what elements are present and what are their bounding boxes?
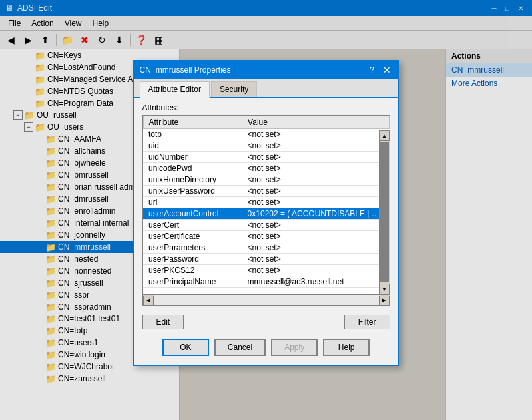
table-row[interactable]: userPrincipalNamemmrussell@ad3.russell.n…: [143, 276, 389, 288]
attr-value-cell: 0x10202 = ( ACCOUNTDISABLE | NORMAL: [242, 208, 389, 220]
table-row[interactable]: uid<not set>: [143, 140, 389, 152]
ok-button[interactable]: OK: [162, 339, 209, 356]
col-value: Value: [242, 116, 389, 129]
attr-value-cell: <not set>: [242, 265, 389, 276]
table-row[interactable]: unixHomeDirectory<not set>: [143, 174, 389, 186]
attr-value-cell: <not set>: [242, 220, 389, 231]
apply-button[interactable]: Apply: [271, 339, 318, 356]
attr-value-cell: <not set>: [242, 163, 389, 174]
dialog-tabs: Attribute Editor Security: [134, 79, 398, 98]
attr-name-cell: userPrincipalName: [143, 276, 242, 288]
dialog-content: Attributes: Attribute Value totp<not set…: [134, 98, 398, 311]
attr-value-cell: <not set>: [242, 231, 389, 242]
table-row[interactable]: unixUserPassword<not set>: [143, 186, 389, 197]
attributes-table-wrapper: Attribute Value totp<not set>uid<not set…: [142, 115, 390, 295]
attr-name-cell: userPKCS12: [143, 265, 242, 276]
attr-name-cell: uid: [143, 140, 242, 152]
attr-value-cell: <not set>: [242, 254, 389, 265]
edit-filter-row: Edit Filter: [134, 311, 398, 333]
modal-overlay: CN=mmrussell Properties ? ✕ Attribute Ed…: [0, 0, 532, 420]
tab-security[interactable]: Security: [211, 81, 257, 97]
table-row[interactable]: userPassword<not set>: [143, 254, 389, 265]
attr-name-cell: uidNumber: [143, 152, 242, 163]
attr-value-cell: <not set>: [242, 186, 389, 197]
attributes-label: Attributes:: [142, 103, 390, 112]
attr-value-cell: <not set>: [242, 242, 389, 254]
table-row[interactable]: userCert<not set>: [143, 220, 389, 231]
scroll-up-button[interactable]: ▲: [379, 130, 390, 141]
tab-attribute-editor[interactable]: Attribute Editor: [140, 81, 210, 98]
table-row[interactable]: totp<not set>: [143, 129, 389, 140]
hscroll-track[interactable]: [154, 295, 379, 305]
attr-name-cell: userCertificate: [143, 231, 242, 242]
help-button-dialog[interactable]: Help: [323, 339, 370, 356]
table-row[interactable]: userParameters<not set>: [143, 242, 389, 254]
dialog-hscroll[interactable]: ◀ ▶: [142, 295, 390, 306]
table-row[interactable]: userPKCS12<not set>: [143, 265, 389, 276]
hscroll-left-button[interactable]: ◀: [143, 296, 154, 305]
attributes-table: Attribute Value totp<not set>uid<not set…: [143, 116, 390, 288]
attr-name-cell: userCert: [143, 220, 242, 231]
attr-name-cell: userParameters: [143, 242, 242, 254]
table-row[interactable]: userCertificate<not set>: [143, 231, 389, 242]
attr-value-cell: <not set>: [242, 174, 389, 186]
dialog-controls: ? ✕: [366, 65, 393, 75]
attr-name-cell: url: [143, 197, 242, 208]
dialog-action-buttons: OK Cancel Apply Help: [134, 333, 398, 361]
attr-value-cell: mmrussell@ad3.russell.net: [242, 276, 389, 288]
dialog-help-icon[interactable]: ?: [366, 65, 378, 75]
attr-value-cell: <not set>: [242, 197, 389, 208]
attributes-scroll[interactable]: Attribute Value totp<not set>uid<not set…: [143, 116, 390, 294]
col-attribute: Attribute: [143, 116, 242, 129]
properties-dialog: CN=mmrussell Properties ? ✕ Attribute Ed…: [133, 60, 399, 366]
attr-value-cell: <not set>: [242, 140, 389, 152]
table-row[interactable]: uidNumber<not set>: [143, 152, 389, 163]
table-row[interactable]: unicodePwd<not set>: [143, 163, 389, 174]
vertical-scrollbar[interactable]: ▲ ▼: [379, 130, 390, 294]
attr-name-cell: unixHomeDirectory: [143, 174, 242, 186]
attr-name-cell: userPassword: [143, 254, 242, 265]
hscroll-right-button[interactable]: ▶: [379, 296, 390, 305]
scroll-thumb[interactable]: [380, 142, 389, 282]
attr-name-cell: unicodePwd: [143, 163, 242, 174]
attr-value-cell: <not set>: [242, 152, 389, 163]
attr-value-cell: <not set>: [242, 129, 389, 140]
attr-name-cell: userAccountControl: [143, 208, 242, 220]
cancel-button[interactable]: Cancel: [214, 339, 266, 356]
scroll-down-button[interactable]: ▼: [379, 284, 390, 294]
edit-button[interactable]: Edit: [142, 315, 184, 329]
dialog-close-button[interactable]: ✕: [381, 65, 393, 75]
filter-button[interactable]: Filter: [344, 315, 390, 329]
table-row[interactable]: userAccountControl0x10202 = ( ACCOUNTDIS…: [143, 208, 389, 220]
table-row[interactable]: url<not set>: [143, 197, 389, 208]
dialog-title: CN=mmrussell Properties: [140, 65, 231, 75]
dialog-title-bar: CN=mmrussell Properties ? ✕: [134, 61, 398, 79]
attr-name-cell: totp: [143, 129, 242, 140]
attr-name-cell: unixUserPassword: [143, 186, 242, 197]
